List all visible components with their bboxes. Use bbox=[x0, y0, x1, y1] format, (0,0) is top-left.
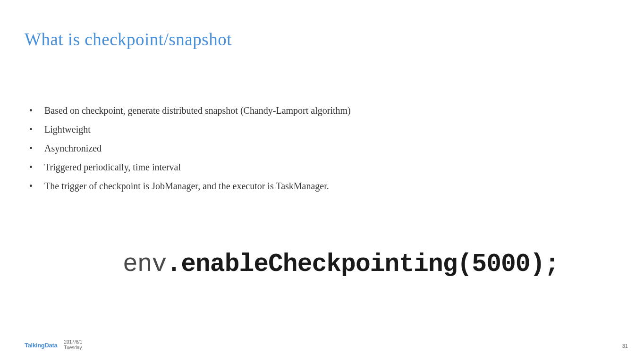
bullet-list: Based on checkpoint, generate distribute… bbox=[25, 101, 351, 195]
bullet-item: Asynchronized bbox=[25, 139, 351, 158]
code-snippet: env.enableCheckpointing(5000); bbox=[123, 250, 559, 278]
code-dot: . bbox=[166, 250, 181, 278]
slide-title: What is checkpoint/snapshot bbox=[25, 29, 232, 50]
page-number: 31 bbox=[622, 343, 628, 349]
footer-date-block: 2017/8/1 Tuesday bbox=[64, 339, 82, 351]
bullet-item: Triggered periodically, time interval bbox=[25, 158, 351, 177]
logo: TalkingData bbox=[25, 342, 57, 349]
footer-day: Tuesday bbox=[64, 345, 82, 351]
code-object: env bbox=[123, 250, 166, 278]
footer: TalkingData 2017/8/1 Tuesday bbox=[25, 339, 82, 351]
bullet-item: Based on checkpoint, generate distribute… bbox=[25, 101, 351, 120]
code-method-call: enableCheckpointing(5000); bbox=[181, 250, 559, 278]
bullet-item: Lightweight bbox=[25, 120, 351, 139]
bullet-item: The trigger of checkpoint is JobManager,… bbox=[25, 177, 351, 195]
footer-date: 2017/8/1 bbox=[64, 339, 82, 345]
